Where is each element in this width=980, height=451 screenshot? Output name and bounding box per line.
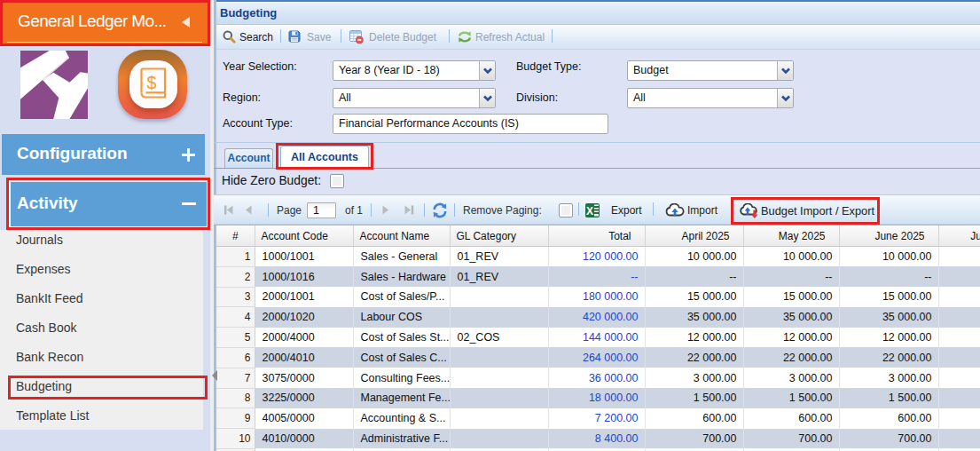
svg-text:$: $ — [147, 73, 157, 92]
svg-text:X: X — [586, 205, 593, 218]
